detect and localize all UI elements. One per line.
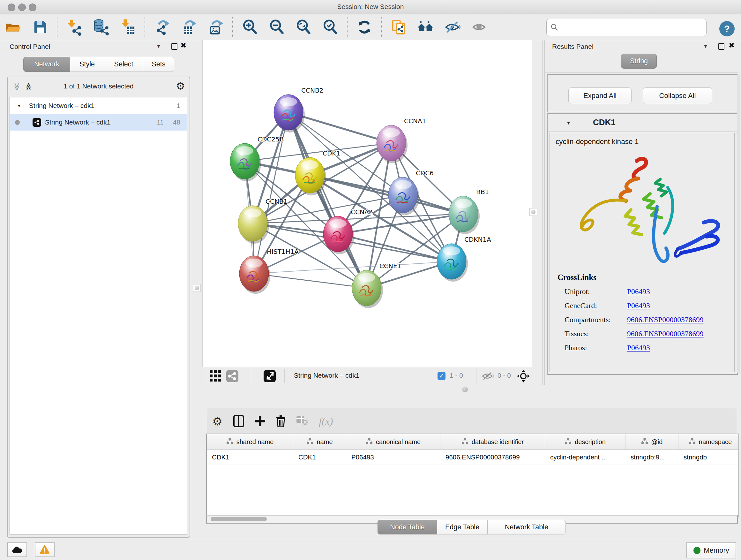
table-type-tabs: Node TableEdge TableNetwork Table [378,520,566,535]
zoom-fit-icon[interactable] [293,17,314,38]
memory-button[interactable]: Memory [686,543,736,558]
export-image-icon[interactable] [205,17,226,38]
crosslink-label: GeneCard: [564,301,627,310]
node-label-CCNE1: CCNE1 [380,262,401,270]
save-session-icon[interactable] [30,17,51,38]
network-node-CDC6[interactable]: CDC6 [388,169,434,215]
column-header-canonical-name[interactable]: canonical name [346,434,441,449]
refresh-view-icon[interactable] [354,17,375,38]
network-node-RB1[interactable]: RB1 [449,188,489,234]
crosslink-link[interactable]: 9606.ENSP00000378699 [627,329,704,338]
node-label-CCNA2: CCNA2 [351,208,373,216]
search-box[interactable] [546,19,706,36]
right-splitter-handle[interactable] [529,208,537,216]
tab-style[interactable]: Style [70,57,105,72]
scrollbar-thumb[interactable] [211,517,267,521]
network-node-CCNB2[interactable]: CCNB2 [274,86,323,132]
expand-all-button[interactable]: Expand All [568,87,631,104]
protein-section-header[interactable]: ▼ CDK1 [548,114,737,132]
column-header-description[interactable]: description [545,434,625,449]
network-row[interactable]: String Network – cdk1 11 48 [10,114,187,131]
import-table-icon[interactable] [118,17,138,38]
open-file-icon[interactable] [3,17,24,38]
tab-node-table[interactable]: Node Table [378,520,437,535]
crosslink-link[interactable]: P06493 [627,344,650,352]
protein-expander-icon[interactable]: ▼ [566,120,571,125]
tab-network[interactable]: Network [23,57,70,72]
tab-edge-table[interactable]: Edge Table [437,520,488,535]
zoom-out-icon[interactable] [266,17,287,38]
table-cell: CDK1 [293,450,346,464]
column-header-database-identifier[interactable]: database identifier [441,434,545,449]
shared-column-icon [226,438,233,446]
create-column-plus-icon[interactable] [255,416,265,426]
node-table[interactable]: shared name name canonical name database… [206,434,739,516]
tab-select[interactable]: Select [105,57,143,72]
collapse-all-button[interactable]: Collapse All [643,87,712,104]
network-graph[interactable]: CCNB2CCNA1CDC25BCDK1CDC6RB1CCNB1CCNA2CDK… [203,40,532,367]
fit-crosshair-icon[interactable] [517,369,530,383]
export-network-icon[interactable] [151,17,173,38]
crosslink-link[interactable]: P06493 [627,287,650,296]
birds-eye-view-icon[interactable] [263,370,276,382]
column-header--id[interactable]: @id [625,434,678,449]
horizontal-splitter-handle[interactable] [462,387,468,392]
help-button[interactable]: ? [719,21,735,37]
control-panel-close-icon[interactable]: ✖ [180,41,186,50]
cloud-button[interactable] [7,543,27,557]
network-node-CCNA1[interactable]: CCNA1 [377,117,426,163]
grid-view-icon[interactable] [210,370,222,382]
control-panel-tabs: NetworkStyleSelectSets [23,57,174,72]
table-row[interactable]: CDK1CDK1P064939606.ENSP00000378699cyclin… [207,450,738,465]
left-splitter-handle[interactable] [193,284,201,292]
network-node-CDC25B[interactable]: CDC25B [230,135,284,181]
hide-selected-icon[interactable] [442,17,463,38]
first-neighbors-icon[interactable] [415,17,436,38]
import-network-file-icon[interactable] [64,17,85,38]
column-header-shared-name[interactable]: shared name [207,434,293,449]
control-panel-float-icon[interactable] [172,43,178,50]
crosslink-link[interactable]: P06493 [627,301,650,310]
zoom-selected-icon[interactable] [320,17,341,38]
selected-checkbox-icon[interactable]: ✓ [437,372,446,380]
crosslink-row: Compartments: 9606.ENSP00000378699 [557,315,704,324]
network-node-CCNE1[interactable]: CCNE1 [352,262,401,308]
search-input[interactable] [561,21,706,34]
copy-style-icon[interactable] [388,17,409,38]
network-node-CDKN1A[interactable]: CDKN1A [437,236,491,282]
import-network-database-icon[interactable] [91,17,112,38]
table-settings-gear-icon[interactable]: ⚙ [212,415,222,428]
show-columns-icon[interactable] [233,415,244,427]
collection-expander-icon[interactable]: ▼ [17,103,21,108]
export-table-icon[interactable] [179,17,199,38]
tab-network-table[interactable]: Network Table [488,520,566,535]
tab-sets[interactable]: Sets [143,57,174,72]
crosslink-link[interactable]: 9606.ENSP00000378699 [627,315,704,324]
results-scrollbar[interactable] [737,74,740,374]
network-node-CDK1[interactable]: CDK1 [295,149,340,195]
collection-count: 1 [177,102,180,110]
network-node-CCNB1[interactable]: CCNB1 [238,198,287,244]
column-header-name[interactable]: name [293,434,346,449]
string-view-icon[interactable] [226,370,239,382]
network-canvas[interactable]: CCNB2CCNA1CDC25BCDK1CDC6RB1CCNB1CCNA2CDK… [202,40,532,367]
control-panel-menu-icon[interactable]: ▼ [156,44,161,49]
crosslink-row: Pharos: P06493 [557,344,704,352]
warning-icon [39,545,50,555]
tab-string[interactable]: String [621,54,657,69]
table-cell: CDK1 [207,450,293,464]
network-collection-row[interactable]: ▼ String Network – cdk1 1 [10,98,187,114]
delete-column-trash-icon[interactable] [276,415,286,427]
network-options-gear-icon[interactable]: ⚙ [176,80,185,92]
show-all-icon[interactable] [468,17,489,38]
column-header-namespace[interactable]: namespace [678,434,739,449]
network-node-HIST1H1A[interactable]: HIST1H1A [239,248,299,294]
memory-label: Memory [704,546,729,555]
window-title: Session: New Session [0,3,741,10]
node-label-RB1: RB1 [476,188,489,196]
zoom-in-icon[interactable] [239,17,260,38]
results-panel: String Expand All Collapse All ▼ CDK1 cy… [542,40,741,390]
left-splitter[interactable] [201,40,201,385]
warnings-button[interactable] [35,543,55,557]
table-header-row: shared name name canonical name database… [207,434,738,450]
